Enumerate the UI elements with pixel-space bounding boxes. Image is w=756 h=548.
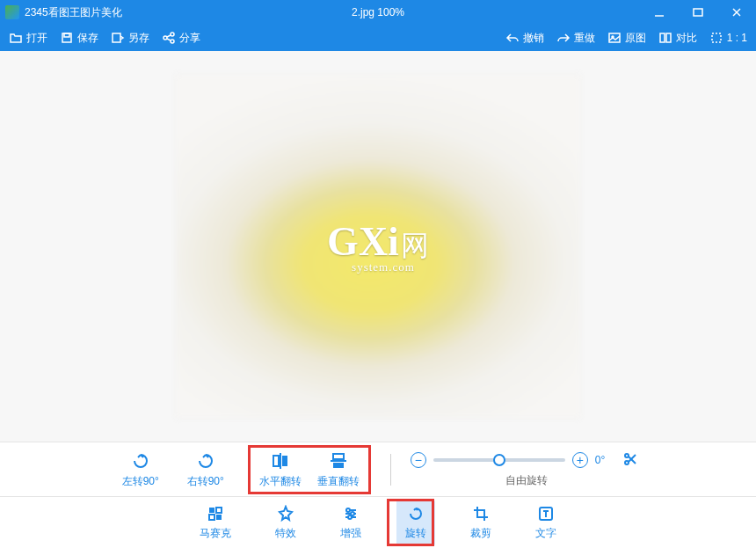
rotate-icon: [407, 505, 425, 522]
tab-text-label: 文字: [535, 526, 556, 541]
tab-text[interactable]: 文字: [527, 500, 565, 546]
flip-vertical-icon: [328, 450, 349, 471]
title-bar: 2345看图王图片美化 2.jpg 100%: [0, 0, 756, 25]
angle-increase-button[interactable]: +: [572, 452, 588, 468]
fit-button[interactable]: 1 : 1: [709, 31, 747, 45]
original-label: 原图: [625, 31, 646, 46]
image-icon: [607, 31, 622, 45]
svg-point-8: [171, 33, 174, 36]
main-toolbar: 打开 保存 另存 分享 撤销 重做 原图 对比 1 : 1: [0, 25, 756, 51]
free-rotate-label: 自由旋转: [505, 473, 548, 488]
rotate-right-label: 右转90°: [187, 474, 224, 489]
share-icon: [162, 31, 176, 45]
open-label: 打开: [26, 31, 47, 46]
tab-crop-label: 裁剪: [470, 526, 491, 541]
svg-point-9: [171, 40, 174, 43]
rotate-left-button[interactable]: 左转90°: [118, 450, 164, 489]
minimize-button[interactable]: [640, 0, 679, 25]
open-button[interactable]: 打开: [9, 31, 47, 46]
share-label: 分享: [179, 31, 200, 46]
fit-label: 1 : 1: [727, 32, 747, 44]
tab-crop[interactable]: 裁剪: [462, 500, 500, 546]
angle-slider[interactable]: [433, 458, 565, 462]
rotate-right-icon: [195, 450, 216, 471]
flip-horizontal-icon: [270, 450, 291, 471]
svg-rect-5: [64, 33, 69, 37]
rotate-left-label: 左转90°: [122, 474, 159, 489]
crop-icon: [472, 505, 490, 522]
svg-rect-6: [113, 33, 120, 42]
svg-rect-30: [216, 515, 222, 520]
tab-enhance-label: 增强: [340, 526, 361, 541]
close-button[interactable]: [717, 0, 756, 25]
svg-rect-20: [333, 454, 344, 459]
tool-tabs: 马赛克 特效 增强 旋转 裁剪 文字: [0, 496, 756, 548]
save-button[interactable]: 保存: [60, 31, 98, 46]
svg-point-23: [625, 454, 629, 457]
compare-button[interactable]: 对比: [658, 31, 697, 46]
tab-enhance[interactable]: 增强: [331, 500, 370, 546]
share-button[interactable]: 分享: [162, 31, 200, 46]
svg-rect-18: [282, 456, 287, 466]
flip-horizontal-button[interactable]: 水平翻转: [258, 450, 303, 489]
angle-decrease-button[interactable]: −: [411, 452, 426, 468]
mosaic-icon: [207, 505, 224, 522]
tab-rotate-label: 旋转: [405, 526, 426, 541]
svg-rect-28: [216, 508, 222, 513]
svg-rect-17: [273, 456, 279, 466]
rotate-left-icon: [130, 450, 151, 471]
redo-label: 重做: [574, 31, 595, 46]
save-icon: [60, 31, 74, 45]
saveas-icon: [111, 31, 125, 45]
scissors-icon: [622, 451, 638, 467]
compare-label: 对比: [676, 31, 697, 46]
folder-icon: [9, 31, 23, 45]
svg-line-11: [167, 39, 171, 40]
svg-point-24: [625, 461, 629, 464]
saveas-button[interactable]: 另存: [111, 31, 149, 46]
rotate-right-button[interactable]: 右转90°: [183, 450, 229, 489]
angle-value: 0°: [595, 454, 605, 466]
app-icon: [5, 5, 19, 19]
app-title: 2345看图王图片美化: [25, 5, 122, 20]
flip-group-highlight: 水平翻转 垂直翻转: [248, 445, 371, 494]
svg-rect-15: [666, 33, 671, 42]
save-label: 保存: [77, 31, 98, 46]
undo-icon: [505, 31, 520, 45]
redo-icon: [556, 31, 571, 45]
maximize-button[interactable]: [679, 0, 717, 25]
angle-slider-thumb[interactable]: [493, 454, 505, 466]
flip-vertical-label: 垂直翻转: [317, 474, 360, 489]
separator: [390, 454, 391, 486]
saveas-label: 另存: [128, 31, 149, 46]
tab-effect[interactable]: 特效: [266, 500, 305, 546]
svg-rect-14: [660, 33, 665, 42]
svg-point-35: [351, 512, 354, 515]
svg-point-34: [346, 508, 350, 512]
flip-horizontal-label: 水平翻转: [259, 474, 302, 489]
tab-effect-label: 特效: [275, 526, 296, 541]
original-button[interactable]: 原图: [607, 31, 646, 46]
flip-vertical-button[interactable]: 垂直翻转: [316, 450, 361, 489]
text-icon: [537, 505, 555, 522]
compare-icon: [658, 31, 672, 45]
canvas-area[interactable]: GXi网 system.com: [0, 51, 756, 442]
undo-label: 撤销: [523, 31, 544, 46]
redo-button[interactable]: 重做: [556, 31, 595, 46]
undo-button[interactable]: 撤销: [505, 31, 544, 46]
document-title: 2.jpg 100%: [352, 6, 404, 18]
tab-mosaic-label: 马赛克: [200, 526, 231, 541]
image-preview: [176, 75, 580, 418]
svg-point-36: [348, 515, 352, 519]
enhance-icon: [342, 505, 360, 522]
svg-rect-16: [712, 33, 721, 42]
tab-mosaic[interactable]: 马赛克: [191, 500, 240, 546]
svg-rect-29: [209, 515, 214, 520]
svg-rect-21: [333, 463, 344, 468]
apply-crop-button[interactable]: [622, 451, 638, 470]
svg-rect-1: [694, 9, 702, 16]
effect-icon: [277, 505, 294, 522]
rotate-subpanel: 左转90° 右转90° 水平翻转 垂直翻转 − + 0° 自由旋转: [0, 442, 756, 496]
tab-rotate[interactable]: 旋转: [396, 500, 435, 546]
fit-icon: [709, 31, 723, 45]
